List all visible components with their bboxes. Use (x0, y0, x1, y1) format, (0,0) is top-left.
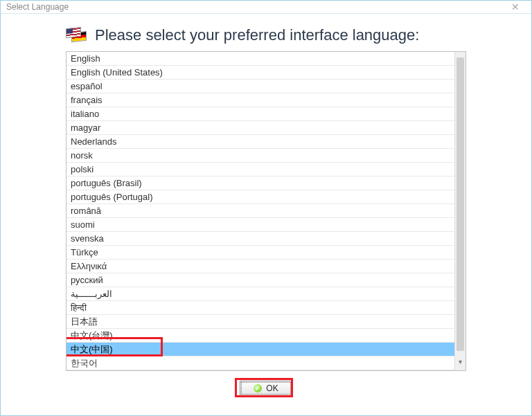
language-item[interactable]: italiano (66, 107, 454, 121)
language-item[interactable]: Nederlands (66, 135, 454, 149)
language-item[interactable]: français (66, 93, 454, 107)
header-row: Please select your preferred interface l… (17, 22, 515, 51)
language-item[interactable]: English (66, 52, 454, 66)
ok-button-label: OK (266, 383, 278, 393)
scroll-down-icon[interactable]: ▾ (455, 358, 466, 369)
language-item[interactable]: 中文(台灣) (66, 329, 454, 343)
language-item[interactable]: 中文(中国) (66, 343, 454, 356)
language-item[interactable]: 한국어 (66, 356, 454, 370)
language-item[interactable]: English (United States) (66, 66, 454, 80)
language-item[interactable]: हिन्दी (66, 301, 454, 315)
language-item[interactable]: norsk (66, 149, 454, 163)
language-item[interactable]: Ελληνικά (66, 260, 454, 273)
heading-text: Please select your preferred interface l… (95, 26, 419, 44)
window-title: Select Language (6, 2, 505, 12)
language-item[interactable]: español (66, 80, 454, 93)
titlebar: Select Language ✕ (1, 1, 531, 14)
language-item[interactable]: magyar (66, 121, 454, 135)
language-item[interactable]: română (66, 204, 454, 218)
language-item[interactable]: svenska (66, 232, 454, 246)
close-icon[interactable]: ✕ (505, 1, 526, 12)
language-item[interactable]: العربــــــية (66, 287, 454, 301)
flags-icon (66, 28, 87, 43)
select-language-dialog: Select Language ✕ Please select your pre… (0, 0, 532, 416)
language-item[interactable]: português (Portugal) (66, 190, 454, 204)
language-item[interactable]: suomi (66, 218, 454, 232)
language-item[interactable]: português (Brasil) (66, 177, 454, 190)
language-item[interactable]: русский (66, 273, 454, 287)
scroll-thumb[interactable] (456, 57, 464, 351)
scrollbar[interactable]: ▾ (454, 52, 466, 370)
language-item[interactable]: Türkçe (66, 246, 454, 260)
language-listbox[interactable]: EnglishEnglish (United States)españolfra… (66, 52, 454, 370)
language-listbox-container: EnglishEnglish (United States)españolfra… (66, 51, 466, 371)
language-item[interactable]: polski (66, 163, 454, 177)
dialog-content: Please select your preferred interface l… (1, 14, 531, 415)
button-row: ✓ OK (17, 381, 515, 415)
ok-button[interactable]: ✓ OK (240, 381, 292, 396)
language-item[interactable]: 日本語 (66, 315, 454, 329)
check-icon: ✓ (254, 384, 262, 392)
